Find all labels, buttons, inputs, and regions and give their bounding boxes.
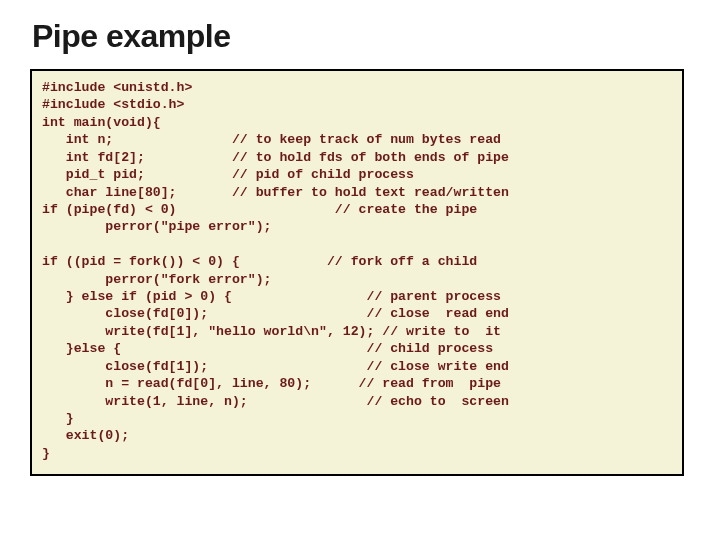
code-block: #include <unistd.h> #include <stdio.h> i… [30,69,684,476]
slide: Pipe example #include <unistd.h> #includ… [0,0,720,540]
slide-title: Pipe example [32,18,690,55]
